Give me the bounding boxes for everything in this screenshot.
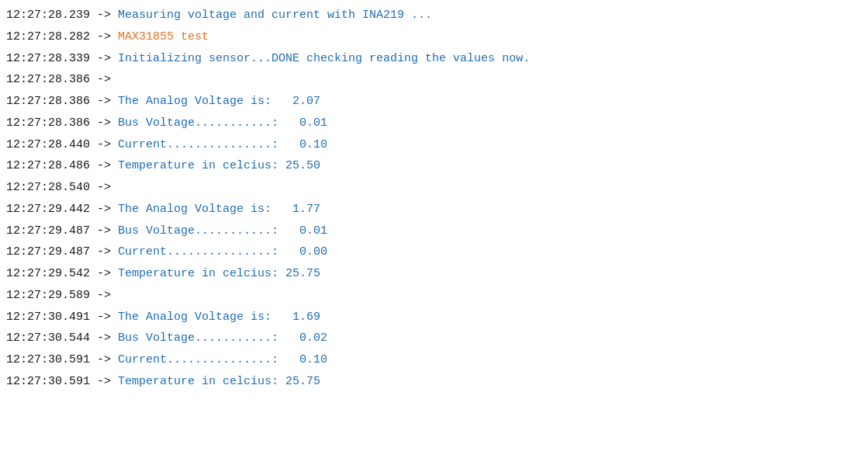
log-timestamp: 12:27:29.542: [6, 263, 90, 285]
log-line: 12:27:28.540 ->: [6, 177, 862, 199]
log-line: 12:27:28.386 -> Bus Voltage...........: …: [6, 113, 862, 134]
log-timestamp: 12:27:28.386: [6, 69, 90, 91]
log-line: 12:27:30.544 -> Bus Voltage...........: …: [6, 328, 862, 349]
log-timestamp: 12:27:29.442: [6, 199, 90, 220]
log-arrow: ->: [90, 220, 118, 242]
log-line: 12:27:28.282 -> MAX31855 test: [6, 26, 862, 48]
log-line: 12:27:28.440 -> Current...............: …: [6, 134, 862, 156]
terminal-output: 12:27:28.239 -> Measuring voltage and cu…: [0, 0, 868, 465]
log-arrow: ->: [90, 155, 118, 177]
log-timestamp: 12:27:29.589: [6, 285, 90, 307]
log-message: Current...............: 0.10: [118, 349, 327, 371]
log-line: 12:27:28.386 -> The Analog Voltage is: 2…: [6, 91, 862, 113]
log-arrow: ->: [90, 113, 118, 134]
log-arrow: ->: [90, 371, 118, 393]
log-line: 12:27:28.486 -> Temperature in celcius: …: [6, 155, 862, 177]
log-timestamp: 12:27:28.339: [6, 48, 90, 70]
log-arrow: ->: [90, 5, 118, 26]
log-timestamp: 12:27:28.486: [6, 155, 90, 177]
log-message: Bus Voltage...........: 0.01: [118, 220, 327, 242]
log-arrow: ->: [90, 177, 111, 199]
log-timestamp: 12:27:30.544: [6, 328, 90, 349]
log-message: Current...............: 0.10: [118, 134, 327, 156]
log-line: 12:27:28.239 -> Measuring voltage and cu…: [6, 5, 862, 26]
log-arrow: ->: [90, 241, 118, 263]
log-line: 12:27:29.589 ->: [6, 285, 862, 307]
log-timestamp: 12:27:28.386: [6, 113, 90, 134]
log-line: 12:27:28.339 -> Initializing sensor...DO…: [6, 48, 862, 70]
log-timestamp: 12:27:28.440: [6, 134, 90, 156]
log-message: Temperature in celcius: 25.50: [118, 155, 320, 177]
log-timestamp: 12:27:28.386: [6, 91, 90, 113]
log-arrow: ->: [90, 307, 118, 328]
log-arrow: ->: [90, 69, 111, 91]
log-message: Current...............: 0.00: [118, 241, 327, 263]
log-message: Bus Voltage...........: 0.01: [118, 113, 327, 134]
log-timestamp: 12:27:28.282: [6, 26, 90, 48]
log-timestamp: 12:27:30.491: [6, 307, 90, 328]
log-timestamp: 12:27:30.591: [6, 349, 90, 371]
log-message: Bus Voltage...........: 0.02: [118, 328, 327, 349]
log-arrow: ->: [90, 349, 118, 371]
log-message: The Analog Voltage is: 1.69: [118, 307, 320, 328]
log-arrow: ->: [90, 285, 111, 307]
log-line: 12:27:29.442 -> The Analog Voltage is: 1…: [6, 199, 862, 220]
log-timestamp: 12:27:28.239: [6, 5, 90, 26]
log-message: Initializing sensor...DONE checking read…: [118, 48, 530, 70]
log-arrow: ->: [90, 91, 118, 113]
log-arrow: ->: [90, 328, 118, 349]
log-timestamp: 12:27:30.591: [6, 371, 90, 393]
log-arrow: ->: [90, 134, 118, 156]
log-message: The Analog Voltage is: 2.07: [118, 91, 320, 113]
log-line: 12:27:29.542 -> Temperature in celcius: …: [6, 263, 862, 285]
log-line: 12:27:28.386 ->: [6, 69, 862, 91]
log-arrow: ->: [90, 48, 118, 70]
log-arrow: ->: [90, 263, 118, 285]
log-message: Temperature in celcius: 25.75: [118, 371, 320, 393]
log-timestamp: 12:27:29.487: [6, 220, 90, 242]
log-line: 12:27:30.591 -> Temperature in celcius: …: [6, 371, 862, 393]
log-message: Temperature in celcius: 25.75: [118, 263, 320, 285]
log-arrow: ->: [90, 199, 118, 220]
log-message: MAX31855 test: [118, 26, 209, 48]
log-timestamp: 12:27:28.540: [6, 177, 90, 199]
log-line: 12:27:29.487 -> Bus Voltage...........: …: [6, 220, 862, 242]
log-message: Measuring voltage and current with INA21…: [118, 5, 432, 26]
log-line: 12:27:30.491 -> The Analog Voltage is: 1…: [6, 307, 862, 328]
log-timestamp: 12:27:29.487: [6, 241, 90, 263]
log-line: 12:27:29.487 -> Current...............: …: [6, 241, 862, 263]
log-message: The Analog Voltage is: 1.77: [118, 199, 320, 220]
log-line: 12:27:30.591 -> Current...............: …: [6, 349, 862, 371]
log-arrow: ->: [90, 26, 118, 48]
